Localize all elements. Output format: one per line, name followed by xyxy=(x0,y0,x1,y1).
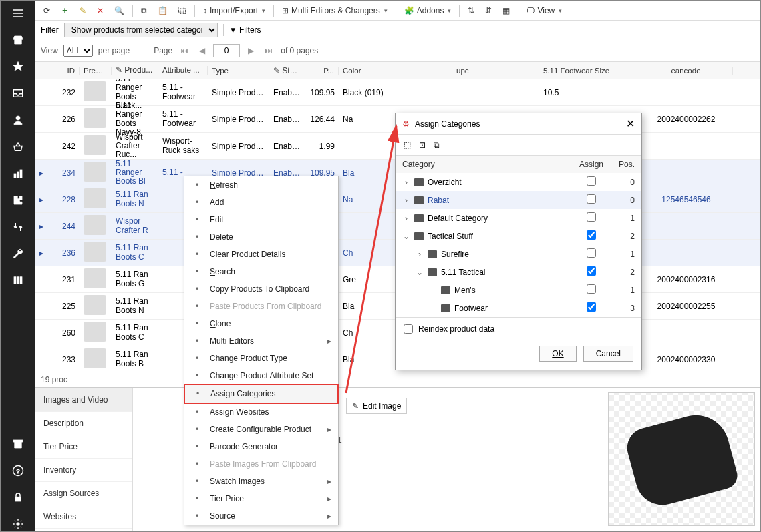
view-menu[interactable]: 🖵 View xyxy=(524,5,565,17)
first-page-button[interactable]: ⏮ xyxy=(178,46,191,55)
search-button[interactable]: 🔍 xyxy=(112,5,127,17)
menu-icon[interactable] xyxy=(11,6,25,21)
tab-inventory[interactable]: Inventory xyxy=(35,459,132,482)
category-row[interactable]: ⌄5.11 Tactical2 xyxy=(396,263,641,281)
category-row[interactable]: ›Default Category1 xyxy=(396,209,641,227)
puzzle-icon[interactable] xyxy=(11,193,25,208)
col-type[interactable]: Type xyxy=(208,67,269,75)
assign-checkbox[interactable] xyxy=(587,176,596,186)
copy-tree-icon[interactable]: ⧉ xyxy=(434,140,440,150)
store-icon[interactable] xyxy=(11,33,25,47)
ctx-create-configurable-product[interactable]: •Create Configurable Product xyxy=(184,421,338,438)
refresh-button[interactable]: ⟳ xyxy=(41,5,53,17)
col-status[interactable]: ✎ Sta... xyxy=(269,66,305,75)
user-icon[interactable] xyxy=(11,113,25,127)
delete-button[interactable]: ✕ xyxy=(94,5,106,17)
paste-button[interactable]: 📋 xyxy=(155,5,170,17)
col-preview[interactable]: Preview xyxy=(80,67,112,75)
archive-icon[interactable] xyxy=(11,437,25,451)
col-upc[interactable]: upc xyxy=(452,67,539,75)
edit-button[interactable]: ✎ xyxy=(77,5,89,17)
next-page-button[interactable]: ▶ xyxy=(245,46,257,55)
category-row[interactable]: ›Overzicht0 xyxy=(396,173,641,191)
assign-checkbox[interactable] xyxy=(587,230,596,240)
tab-description[interactable]: Description xyxy=(35,412,132,435)
star-icon[interactable] xyxy=(11,59,25,74)
tab-websites[interactable]: Websites xyxy=(35,505,132,529)
transfer-icon[interactable] xyxy=(11,220,25,234)
page-input[interactable] xyxy=(213,44,240,57)
category-row[interactable]: Footwear3 xyxy=(396,299,641,317)
columns-icon[interactable] xyxy=(11,273,25,288)
col-attr[interactable]: Attribute ... xyxy=(158,66,208,75)
ctx-edit[interactable]: •Edit xyxy=(184,211,338,228)
ctx-clear-product-details[interactable]: •Clear Product Details xyxy=(184,246,338,263)
chart-icon[interactable] xyxy=(11,166,25,181)
col-color[interactable]: Color xyxy=(339,67,452,75)
assign-checkbox[interactable] xyxy=(587,284,596,294)
col-name[interactable]: ✎ Produ... xyxy=(112,66,158,75)
col-ean[interactable]: eancode xyxy=(639,67,733,75)
svg-rect-2 xyxy=(17,172,19,178)
ctx-multi-editors[interactable]: •Multi Editors xyxy=(184,332,338,350)
settings-icon[interactable] xyxy=(11,517,25,531)
product-image xyxy=(623,408,740,511)
category-row[interactable]: ›Rabat0 xyxy=(396,191,641,209)
ctx-barcode-generator[interactable]: •Barcode Generator xyxy=(184,438,338,455)
multi-editors-menu[interactable]: ⊞ Multi Editors & Changers xyxy=(279,5,390,17)
basket-icon[interactable] xyxy=(11,140,25,154)
ctx-tier-price[interactable]: •Tier Price xyxy=(184,490,338,507)
ctx-change-product-attribute-set[interactable]: •Change Product Attribute Set xyxy=(184,367,338,384)
filters-button[interactable]: ▼ Filters xyxy=(229,25,261,35)
ctx-refresh[interactable]: •Refresh xyxy=(184,176,338,194)
assign-checkbox[interactable] xyxy=(587,248,596,258)
assign-checkbox[interactable] xyxy=(587,266,596,276)
col-id[interactable]: ID xyxy=(47,67,80,75)
deselect-all-icon[interactable]: ⊡ xyxy=(419,140,426,150)
tab-categories[interactable]: Categories xyxy=(35,529,132,532)
close-icon[interactable]: ✕ xyxy=(626,117,635,130)
category-row[interactable]: ›Surefire1 xyxy=(396,245,641,263)
reindex-checkbox[interactable] xyxy=(404,324,413,334)
category-row[interactable]: ⌄Tactical Stuff2 xyxy=(396,227,641,245)
cancel-button[interactable]: Cancel xyxy=(583,346,633,362)
tool-icon-1[interactable]: ⇅ xyxy=(465,5,477,17)
per-page-select[interactable]: ALL xyxy=(63,45,93,57)
inbox-icon[interactable] xyxy=(11,86,25,101)
assign-checkbox[interactable] xyxy=(587,302,596,312)
import-export-menu[interactable]: ↕ Import/Export xyxy=(200,5,268,17)
ctx-clone[interactable]: •Clone xyxy=(184,315,338,332)
add-button[interactable]: ＋ xyxy=(58,3,71,17)
col-price[interactable]: P... xyxy=(305,67,339,75)
addons-menu[interactable]: 🧩 Addons xyxy=(402,5,454,17)
copy-button[interactable]: ⧉ xyxy=(138,5,150,17)
tool-icon-3[interactable]: ▦ xyxy=(500,5,512,17)
clone-button[interactable]: ⿻ xyxy=(176,5,189,17)
ctx-search[interactable]: •Search xyxy=(184,263,338,280)
help-icon[interactable]: ? xyxy=(11,463,25,478)
assign-checkbox[interactable] xyxy=(587,212,596,222)
ctx-swatch-images[interactable]: •Swatch Images xyxy=(184,473,338,490)
col-size[interactable]: 5.11 Footwear Size xyxy=(539,67,639,75)
ok-button[interactable]: OK xyxy=(539,346,576,362)
ctx-delete[interactable]: •Delete xyxy=(184,228,338,246)
ctx-assign-websites[interactable]: •Assign Websites xyxy=(184,403,338,421)
lock-icon[interactable] xyxy=(11,490,25,505)
edit-image-button[interactable]: ✎ Edit Image xyxy=(346,398,407,414)
ctx-add[interactable]: •Add xyxy=(184,194,338,211)
ctx-assign-categories[interactable]: •Assign Categories xyxy=(184,384,339,404)
category-row[interactable]: Men's1 xyxy=(396,281,641,299)
assign-checkbox[interactable] xyxy=(587,194,596,204)
wrench-icon[interactable] xyxy=(11,246,25,261)
tool-icon-2[interactable]: ⇵ xyxy=(482,5,494,17)
select-all-icon[interactable]: ⬚ xyxy=(404,140,411,150)
tab-images-and-video[interactable]: Images and Video xyxy=(35,388,132,412)
ctx-copy-products-to-clipboard[interactable]: •Copy Products To Clipboard xyxy=(184,280,338,298)
ctx-source[interactable]: •Source xyxy=(184,507,338,525)
ctx-change-product-type[interactable]: •Change Product Type xyxy=(184,350,338,367)
last-page-button[interactable]: ⏭ xyxy=(262,46,275,55)
filter-select[interactable]: Show products from selected categories xyxy=(64,23,218,37)
tab-assign-sources[interactable]: Assign Sources xyxy=(35,482,132,505)
prev-page-button[interactable]: ◀ xyxy=(196,46,208,55)
tab-tier-price[interactable]: Tier Price xyxy=(35,435,132,459)
